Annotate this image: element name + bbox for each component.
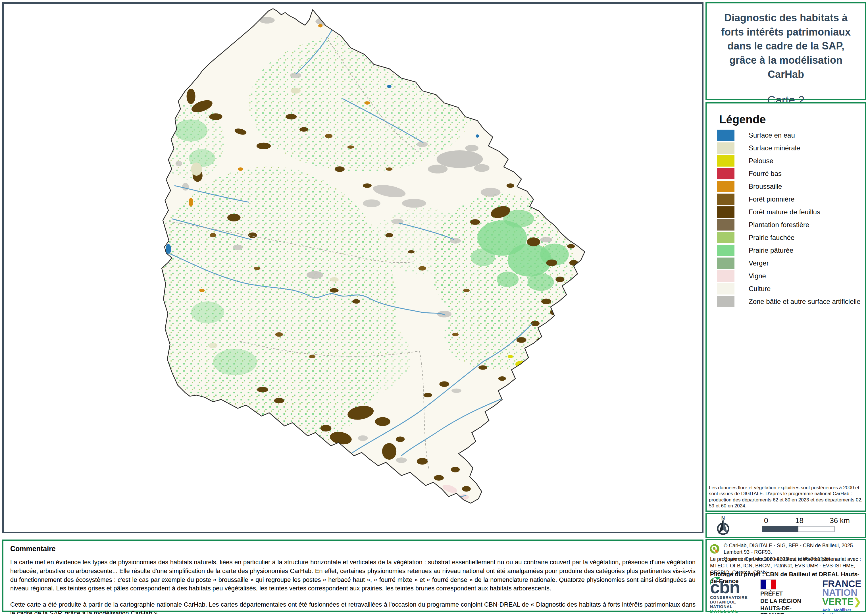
legend-item: Vigne bbox=[717, 269, 865, 282]
commentary-paragraph-1: La carte met en évidence les types de ph… bbox=[10, 558, 696, 593]
leaf-icon bbox=[709, 576, 721, 586]
legend-label: Vigne bbox=[749, 272, 766, 280]
legend-item: Forêt mature de feuillus bbox=[717, 205, 865, 218]
legend-item: Prairie fauchée bbox=[717, 231, 865, 244]
credits-panel: © CarHab, DIGITALE - SIG, BFP - CBN de B… bbox=[705, 539, 866, 612]
fnv-tagline: Agir · Mobiliser · Accélérer bbox=[822, 608, 863, 614]
legend-swatch bbox=[717, 219, 735, 230]
legend-swatch bbox=[717, 270, 735, 282]
legend-label: Plantation forestière bbox=[749, 221, 809, 229]
legend-label: Fourré bas bbox=[749, 170, 782, 178]
region-map bbox=[4, 4, 702, 532]
legend-swatch bbox=[717, 130, 735, 141]
legend-swatch bbox=[717, 296, 735, 307]
commentary-heading: Commentaire bbox=[10, 545, 696, 553]
prefet-line3: HAUTS-DE-FRANCE bbox=[760, 605, 809, 614]
legend-list: Surface en eauSurface minéralePelouseFou… bbox=[717, 129, 865, 308]
partner-logos: cbn CONSERVATOIRE BOTANIQUE NATIONAL BAI… bbox=[710, 579, 863, 611]
copyright-line1: © CarHab, DIGITALE - SIG, BFP - CBN de B… bbox=[724, 542, 865, 556]
north-arrow-icon: N bbox=[712, 515, 734, 537]
scale-panel: N 0 18 36 km bbox=[705, 513, 866, 538]
scalebar-segment-light bbox=[798, 527, 834, 532]
legend-item: Pelouse bbox=[717, 154, 865, 167]
legend-swatch bbox=[717, 142, 735, 154]
legend-label: Broussaille bbox=[749, 182, 782, 190]
legend-swatch bbox=[717, 194, 735, 205]
scalebar-label-0: 0 bbox=[764, 516, 768, 525]
fnv-line1: FRANCE bbox=[822, 579, 863, 588]
legend-swatch bbox=[717, 245, 735, 256]
legend-label: Prairie pâturée bbox=[749, 246, 793, 254]
scalebar-labels: 0 18 36 km bbox=[762, 516, 842, 525]
scalebar-label-mid: 18 bbox=[795, 516, 803, 525]
prefet-line1: PRÉFET bbox=[760, 590, 809, 597]
north-arrow: N bbox=[712, 515, 735, 538]
legend-swatch bbox=[717, 232, 735, 243]
map-layout-page: Diagnostic des habitats à forts intérêts… bbox=[0, 0, 868, 614]
legend-label: Culture bbox=[749, 285, 770, 293]
legend-title: Légende bbox=[719, 113, 865, 126]
legend-item: Zone bâtie et autre surface artificielle bbox=[717, 295, 865, 308]
legend-item: Broussaille bbox=[717, 180, 865, 193]
cbn-line2: BOTANIQUE NATIONAL bbox=[710, 600, 751, 609]
legend-label: Surface en eau bbox=[749, 131, 795, 139]
legend-item: Forêt pionnière bbox=[717, 193, 865, 205]
legend-label: Prairie fauchée bbox=[749, 234, 794, 242]
data-source-note: Les données flore et végétation exploité… bbox=[709, 485, 865, 509]
legend-label: Forêt pionnière bbox=[749, 195, 794, 203]
cbn-logo: cbn CONSERVATOIRE BOTANIQUE NATIONAL BAI… bbox=[710, 579, 751, 613]
france-nation-verte-logo: FRANCE NATION VERTE❯ Agir · Mobiliser · … bbox=[822, 579, 863, 614]
commentary-panel: Commentaire La carte met en évidence les… bbox=[2, 539, 704, 612]
legend-swatch bbox=[717, 155, 735, 166]
prefet-logo: PRÉFET DE LA RÉGION HAUTS-DE-FRANCE Libe… bbox=[760, 579, 809, 614]
cbn-wordmark: cbn bbox=[710, 579, 751, 595]
fnv-line3: VERTE❯ bbox=[822, 597, 863, 606]
french-flag-icon bbox=[760, 579, 776, 589]
legend-item: Verger bbox=[717, 257, 865, 269]
legend-item: Fourré bas bbox=[717, 167, 865, 180]
map-canvas bbox=[4, 4, 702, 532]
legend-swatch bbox=[717, 207, 735, 218]
legend-swatch bbox=[717, 283, 735, 294]
legend-label: Surface minérale bbox=[749, 144, 800, 152]
title-panel: Diagnostic des habitats à forts intérêts… bbox=[705, 2, 866, 100]
qgis-logo-icon bbox=[710, 542, 720, 555]
scalebar-segment-dark bbox=[763, 527, 798, 532]
map-frame bbox=[2, 2, 704, 533]
scalebar-label-end: 36 km bbox=[830, 516, 850, 525]
commentary-paragraph-2: Cette carte a été produite à partir de l… bbox=[10, 600, 696, 614]
legend-item: Prairie pâturée bbox=[717, 244, 865, 257]
legend-panel: Légende Surface en eauSurface minéralePe… bbox=[705, 102, 866, 511]
chevron-icon: ❯ bbox=[854, 596, 862, 607]
legend-label: Forêt mature de feuillus bbox=[749, 208, 820, 216]
legend-label: Pelouse bbox=[749, 157, 773, 165]
cbn-line3: BAILLEUL bbox=[710, 609, 751, 613]
page-title: Diagnostic des habitats à forts intérêts… bbox=[707, 11, 865, 81]
fnv-line2: NATION bbox=[822, 588, 863, 597]
legend-swatch bbox=[717, 258, 735, 269]
legend-item: Culture bbox=[717, 282, 865, 295]
legend-swatch bbox=[717, 168, 735, 179]
scalebar-bar bbox=[762, 526, 834, 532]
legend-swatch bbox=[717, 181, 735, 192]
prefet-line2: DE LA RÉGION bbox=[760, 597, 809, 604]
scalebar: 0 18 36 km bbox=[762, 516, 842, 532]
legend-item: Plantation forestière bbox=[717, 218, 865, 231]
legend-item: Surface minérale bbox=[717, 141, 865, 154]
legend-label: Zone bâtie et autre surface artificielle bbox=[749, 298, 860, 306]
legend-item: Surface en eau bbox=[717, 129, 865, 141]
legend-label: Verger bbox=[749, 259, 769, 267]
